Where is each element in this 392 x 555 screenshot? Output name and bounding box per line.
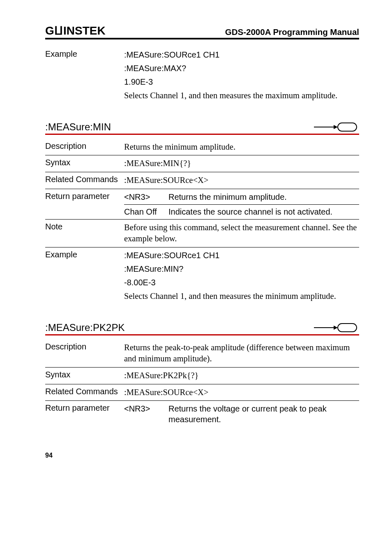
return-content: <NR3> Returns the minimum amplitude. Cha… (124, 192, 359, 219)
section-divider (45, 134, 359, 135)
example-line2: :MEASure:MIN? (124, 264, 359, 275)
description-text: Returns the minimum amplitude. (124, 141, 359, 153)
section-title: :MEASure:PK2PK (45, 322, 125, 333)
example-description: Selects Channel 1, and then measures the… (124, 291, 359, 302)
syntax-text: :MEASure:PK2Pk{?} (124, 370, 359, 382)
example-line2: :MEASure:MAX? (124, 63, 359, 74)
example-row: Example :MEASure:SOURce1 CH1 :MEASure:MA… (45, 47, 359, 104)
svg-text:ⵡ: ⵡ (54, 25, 62, 37)
description-row: Description Returns the peak-to-peak amp… (45, 340, 359, 367)
description-label: Description (45, 342, 124, 352)
example-content: :MEASure:SOURce1 CH1 :MEASure:MIN? -8.00… (124, 250, 359, 302)
related-text: :MEASure:SOURce<X> (124, 175, 359, 186)
return-param: <NR3> (124, 403, 168, 425)
example-description: Selects Channel 1, and then measures the… (124, 90, 359, 102)
return-parameter-row: Return parameter <NR3> Returns the volta… (45, 401, 359, 427)
description-row: Description Returns the minimum amplitud… (45, 139, 359, 155)
related-commands-row: Related Commands :MEASure:SOURce<X> (45, 172, 359, 189)
return-label: Return parameter (45, 403, 124, 413)
example-row: Example :MEASure:SOURce1 CH1 :MEASure:MI… (45, 247, 359, 305)
svg-marker-4 (334, 125, 338, 129)
syntax-text: :MEASure:MIN{?} (124, 158, 359, 169)
note-row: Note Before using this command, select t… (45, 220, 359, 247)
svg-rect-8 (338, 324, 357, 332)
section-divider (45, 334, 359, 335)
brand-logo: G ⵡ INSTEK (45, 25, 117, 37)
syntax-label: Syntax (45, 158, 124, 167)
svg-marker-7 (334, 326, 338, 330)
return-desc-1: Returns the minimum amplitude. (168, 192, 359, 203)
return-content: <NR3> Returns the voltage or current pea… (124, 403, 359, 425)
section-measure-pk2pk: :MEASure:PK2PK (45, 322, 359, 333)
related-text: :MEASure:SOURce<X> (124, 387, 359, 398)
description-text: Returns the peak-to-peak amplitude (diff… (124, 342, 359, 365)
svg-text:INSTEK: INSTEK (63, 25, 106, 37)
note-label: Note (45, 222, 124, 231)
syntax-row: Syntax :MEASure:PK2Pk{?} (45, 368, 359, 384)
related-commands-row: Related Commands :MEASure:SOURce<X> (45, 384, 359, 401)
example-line3: 1.90E-3 (124, 76, 359, 88)
return-parameter-row: Return parameter <NR3> Returns the minim… (45, 189, 359, 219)
section-measure-min: :MEASure:MIN (45, 121, 359, 133)
page-number: 94 (45, 452, 359, 459)
header-divider (45, 38, 359, 39)
example-label: Example (45, 250, 124, 259)
note-text: Before using this command, select the me… (124, 222, 359, 245)
svg-rect-5 (338, 123, 357, 131)
syntax-row: Syntax :MEASure:MIN{?} (45, 155, 359, 172)
related-label: Related Commands (45, 175, 124, 184)
example-line1: :MEASure:SOURce1 CH1 (124, 49, 359, 60)
syntax-label: Syntax (45, 370, 124, 379)
example-content: :MEASure:SOURce1 CH1 :MEASure:MAX? 1.90E… (124, 49, 359, 102)
return-desc-2: Indicates the source channel is not acti… (168, 206, 359, 217)
svg-text:G: G (45, 25, 54, 37)
query-icon (314, 122, 359, 132)
example-line3: -8.00E-3 (124, 277, 359, 288)
return-param-2: Chan Off (124, 206, 168, 217)
return-desc: Returns the voltage or current peak to p… (168, 403, 359, 425)
return-param-1: <NR3> (124, 192, 168, 203)
example-label: Example (45, 49, 124, 59)
document-title: GDS-2000A Programming Manual (225, 27, 359, 37)
page-header: G ⵡ INSTEK GDS-2000A Programming Manual (45, 25, 359, 37)
description-label: Description (45, 141, 124, 151)
section-title: :MEASure:MIN (45, 121, 111, 133)
related-label: Related Commands (45, 387, 124, 396)
query-icon (314, 322, 359, 333)
return-label: Return parameter (45, 192, 124, 201)
example-line1: :MEASure:SOURce1 CH1 (124, 250, 359, 261)
